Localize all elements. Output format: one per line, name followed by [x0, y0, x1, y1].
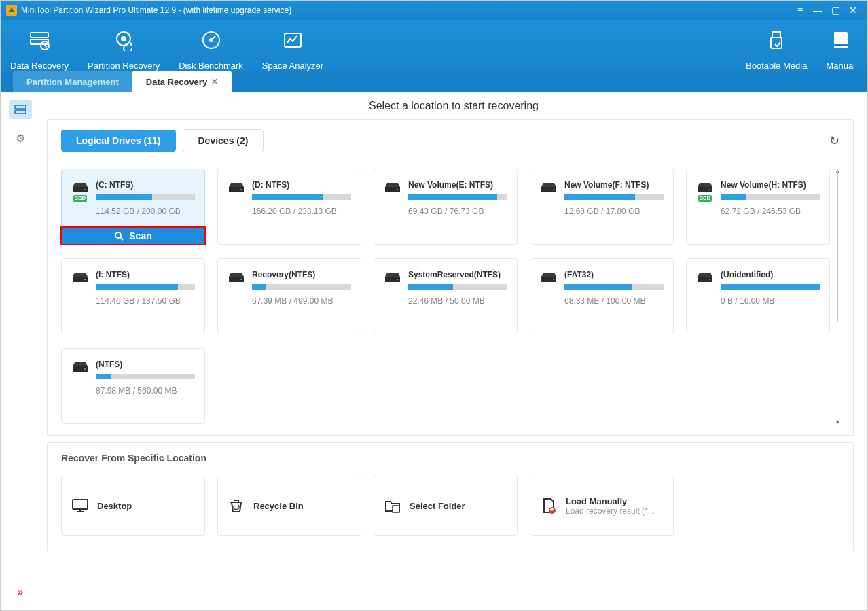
tab-partition-management[interactable]: Partition Management: [13, 71, 132, 92]
space-analyzer-icon: [282, 29, 304, 51]
svg-point-5: [122, 37, 126, 41]
tab-data-recovery[interactable]: Data Recovery ✕: [132, 71, 232, 92]
drive-scrollbar[interactable]: ▴ ▾: [835, 169, 839, 424]
recycle-bin-icon: [228, 497, 245, 514]
svg-point-7: [210, 39, 213, 41]
svg-point-29: [240, 279, 242, 280]
scan-label: Scan: [129, 230, 151, 241]
partition-recovery-toolbtn[interactable]: Partition Recovery: [78, 29, 169, 71]
location-name: Select Folder: [410, 501, 465, 511]
drive-size: 114.52 GB / 200.00 GB: [96, 207, 195, 216]
close-button[interactable]: ✕: [844, 5, 862, 16]
drive-name: (D: NTFS): [252, 180, 351, 190]
data-recovery-toolbtn[interactable]: Data Recovery: [1, 29, 78, 71]
drive-card[interactable]: SystemReserved(NTFS)22.46 MB / 50.00 MB: [374, 258, 518, 334]
usage-bar: [96, 284, 195, 290]
usage-bar: [564, 194, 664, 200]
location-card[interactable]: Load ManuallyLoad recovery result (*...: [530, 476, 674, 536]
sidebar-settings-button[interactable]: ⚙: [9, 128, 32, 147]
main-tabs: Partition Management Data Recovery ✕: [1, 71, 867, 92]
svg-point-27: [84, 279, 86, 280]
drive-card[interactable]: SSDNew Volume(H: NTFS)62.72 GB / 246.53 …: [686, 169, 830, 245]
drive-card[interactable]: (FAT32)68.33 MB / 100.00 MB: [530, 258, 674, 334]
drive-size: 166.20 GB / 233.13 GB: [252, 207, 351, 216]
tab-logical-drives[interactable]: Logical Drives (11): [61, 130, 176, 152]
drive-size: 22.46 MB / 50.00 MB: [408, 296, 507, 306]
svg-point-21: [397, 189, 398, 190]
space-analyzer-toolbtn[interactable]: Space Analyzer: [253, 29, 333, 71]
svg-point-35: [709, 279, 710, 280]
svg-point-25: [709, 189, 710, 190]
location-name: Recycle Bin: [253, 501, 304, 511]
folder-icon: [384, 497, 401, 514]
drive-card[interactable]: SSD(C: NTFS)114.52 GB / 200.00 GBScan: [61, 169, 205, 245]
drive-card[interactable]: New Volume(F: NTFS)12.68 GB / 17.80 GB: [530, 169, 674, 245]
drive-card[interactable]: (I: NTFS)114.46 GB / 137.50 GB: [61, 258, 205, 334]
drive-card[interactable]: (NTFS)87.98 MB / 560.00 MB: [61, 348, 205, 424]
drive-size: 68.33 MB / 100.00 MB: [564, 296, 664, 306]
menu-icon[interactable]: ≡: [791, 5, 809, 16]
location-name: Desktop: [97, 501, 132, 511]
svg-point-37: [84, 368, 86, 370]
usage-bar: [721, 194, 820, 200]
hdd-icon: [384, 181, 401, 194]
scroll-thumb[interactable]: [837, 169, 838, 322]
svg-point-33: [553, 279, 554, 280]
hdd-icon: [696, 181, 714, 194]
svg-rect-42: [393, 506, 399, 512]
location-subtitle: Load recovery result (*...: [566, 506, 655, 516]
bootable-media-toolbtn[interactable]: Bootable Media: [736, 29, 816, 71]
hdd-icon: [71, 271, 89, 283]
svg-rect-13: [15, 110, 26, 114]
disk-benchmark-toolbtn[interactable]: Disk Benchmark: [169, 29, 253, 71]
drive-card[interactable]: (D: NTFS)166.20 GB / 233.13 GB: [217, 169, 361, 245]
load-file-icon: [540, 497, 558, 514]
drive-small-icon: [14, 105, 26, 114]
svg-point-23: [553, 189, 554, 190]
location-card[interactable]: Recycle Bin: [217, 476, 361, 536]
drives-panel: Logical Drives (11) Devices (2) ↻ SSD(C:…: [47, 119, 854, 436]
usage-bar: [564, 284, 664, 290]
drive-size: 69.43 GB / 76.73 GB: [408, 207, 507, 216]
data-recovery-icon: [29, 29, 50, 51]
svg-rect-38: [73, 500, 88, 509]
drive-name: New Volume(F: NTFS): [564, 180, 664, 190]
ssd-badge: SSD: [73, 195, 87, 202]
drive-size: 62.72 GB / 246.53 GB: [721, 207, 820, 216]
scan-button[interactable]: Scan: [60, 226, 206, 245]
manual-toolbtn[interactable]: Manual: [816, 29, 865, 71]
tab-devices[interactable]: Devices (2): [183, 129, 264, 152]
sidebar-expand-button[interactable]: »: [18, 586, 24, 598]
drive-name: Recovery(NTFS): [252, 270, 351, 279]
drive-card[interactable]: (Unidentified)0 B / 16.00 MB: [686, 258, 830, 334]
drive-card[interactable]: New Volume(E: NTFS)69.43 GB / 76.73 GB: [374, 169, 518, 245]
drive-card[interactable]: Recovery(NTFS)67.39 MB / 499.00 MB: [217, 258, 361, 334]
main-content: Select a location to start recovering Lo…: [40, 92, 867, 610]
drive-size: 0 B / 16.00 MB: [721, 296, 820, 306]
svg-point-15: [84, 189, 86, 190]
svg-rect-12: [15, 105, 26, 109]
hdd-icon: [71, 361, 89, 373]
minimize-button[interactable]: —: [809, 5, 827, 16]
hdd-icon: [71, 181, 89, 194]
refresh-button[interactable]: ↻: [829, 133, 839, 148]
usage-bar: [96, 194, 195, 200]
hdd-icon: [384, 271, 401, 283]
ssd-badge: SSD: [698, 195, 712, 202]
desktop-icon: [71, 497, 89, 514]
maximize-button[interactable]: ▢: [827, 5, 844, 16]
disk-benchmark-icon: [200, 29, 222, 51]
svg-rect-9: [772, 32, 780, 37]
hdd-icon: [540, 181, 558, 194]
sidebar-home-button[interactable]: [9, 100, 32, 119]
usage-bar: [252, 194, 351, 200]
svg-line-17: [120, 237, 123, 240]
scroll-down-arrow[interactable]: ▾: [835, 419, 839, 425]
location-card[interactable]: Select Folder: [374, 476, 518, 536]
drive-name: (C: NTFS): [96, 180, 195, 190]
close-tab-icon[interactable]: ✕: [211, 77, 218, 86]
drive-name: New Volume(H: NTFS): [721, 180, 820, 190]
usage-bar: [252, 284, 351, 290]
location-card[interactable]: Desktop: [61, 476, 205, 536]
gear-icon: ⚙: [16, 132, 25, 145]
